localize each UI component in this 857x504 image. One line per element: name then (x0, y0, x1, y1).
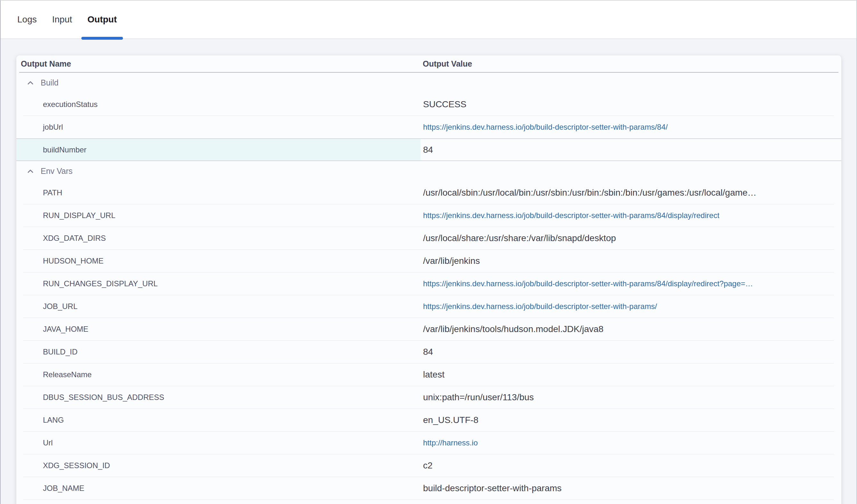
output-value-cell: /usr/local/sbin:/usr/local/bin:/usr/sbin… (420, 181, 841, 204)
table-row[interactable]: JOB_NAME build-descriptor-setter-with-pa… (16, 477, 841, 500)
output-name-cell: DBUS_SESSION_BUS_ADDRESS (16, 386, 420, 408)
output-name: JAVA_HOME (43, 325, 88, 334)
output-name: executionStatus (43, 100, 98, 109)
group-label: Build (41, 78, 58, 87)
table-row[interactable]: HUDSON_HOME /var/lib/jenkins (16, 249, 841, 272)
output-name-cell: JAVA_HOME (16, 318, 420, 340)
table-row[interactable]: jobUrl https://jenkins.dev.harness.io/jo… (16, 116, 841, 138)
table-bottom-divider (16, 500, 841, 500)
output-name: JOB_URL (43, 302, 78, 311)
table-row[interactable]: Url http://harness.io (16, 431, 841, 454)
output-value: build-descriptor-setter-with-params (423, 483, 562, 493)
table-row[interactable]: executionStatus SUCCESS (16, 93, 841, 116)
output-value-cell: latest (420, 363, 841, 386)
output-name-cell: RUN_CHANGES_DISPLAY_URL (16, 272, 420, 295)
output-value-cell: en_US.UTF-8 (420, 408, 841, 431)
output-value: /usr/local/sbin:/usr/local/bin:/usr/sbin… (423, 188, 756, 198)
output-value: unix:path=/run/user/113/bus (423, 392, 534, 403)
output-value: 84 (423, 347, 433, 357)
output-name-cell: Url (16, 431, 420, 454)
output-value-cell: /var/lib/jenkins (420, 249, 841, 272)
step-details-panel: { "tabs": { "items": [ { "label": "Logs"… (0, 0, 857, 504)
group-cell: Build (16, 73, 420, 93)
output-value-cell: https://jenkins.dev.harness.io/job/build… (420, 272, 841, 295)
output-value-cell: build-descriptor-setter-with-params (420, 477, 841, 500)
output-name-cell: ReleaseName (16, 363, 420, 386)
output-name: Url (43, 438, 53, 447)
output-value-cell: http://harness.io (420, 431, 841, 454)
output-value-cell: https://jenkins.dev.harness.io/job/build… (420, 204, 841, 227)
output-name: jobUrl (43, 123, 63, 132)
output-value-cell: https://jenkins.dev.harness.io/job/build… (420, 295, 841, 318)
output-name: LANG (43, 416, 64, 424)
output-name: BUILD_ID (43, 348, 78, 356)
table-row[interactable]: RUN_DISPLAY_URL https://jenkins.dev.harn… (16, 204, 841, 227)
table-row[interactable]: JOB_URL https://jenkins.dev.harness.io/j… (16, 295, 841, 318)
tab-output-label: Output (87, 14, 117, 24)
output-value-link[interactable]: https://jenkins.dev.harness.io/job/build… (423, 302, 657, 311)
output-name-cell: executionStatus (16, 93, 420, 116)
output-value-cell: /usr/local/share:/usr/share:/var/lib/sna… (420, 227, 841, 249)
group-row[interactable]: Env Vars (16, 161, 841, 181)
output-value-cell: unix:path=/run/user/113/bus (420, 386, 841, 408)
chevron-up-icon[interactable] (26, 167, 35, 175)
output-name: XDG_SESSION_ID (43, 461, 110, 470)
table-row[interactable]: JAVA_HOME /var/lib/jenkins/tools/hudson.… (16, 318, 841, 340)
output-name-cell: RUN_DISPLAY_URL (16, 204, 420, 227)
output-value-cell: 84 (420, 340, 841, 363)
tab-logs-label: Logs (17, 14, 37, 24)
group-row[interactable]: Build (16, 73, 841, 93)
output-name-cell: JOB_URL (16, 295, 420, 318)
tab-logs[interactable]: Logs (11, 1, 43, 38)
output-value-link[interactable]: http://harness.io (423, 438, 478, 447)
column-header-output-value: Output Value (420, 59, 838, 68)
output-value: /usr/local/share:/usr/share:/var/lib/sna… (423, 233, 616, 243)
output-value-cell: c2 (420, 454, 841, 477)
output-table-header: Output Name Output Value (19, 55, 838, 73)
output-table-card: Output Name Output Value Build execution… (16, 55, 841, 504)
output-value: /var/lib/jenkins/tools/hudson.model.JDK/… (423, 324, 603, 334)
output-name-cell: buildNumber (16, 138, 420, 161)
output-name-cell: BUILD_ID (16, 340, 420, 363)
group-value-spacer (420, 73, 841, 93)
table-row[interactable]: XDG_DATA_DIRS /usr/local/share:/usr/shar… (16, 227, 841, 249)
table-row[interactable]: BUILD_ID 84 (16, 340, 841, 363)
output-value-cell: SUCCESS (420, 93, 841, 116)
output-name: RUN_DISPLAY_URL (43, 211, 115, 220)
output-name: JOB_NAME (43, 484, 84, 493)
table-row[interactable]: buildNumber 84 (16, 138, 841, 161)
output-value: en_US.UTF-8 (423, 415, 478, 425)
output-name-cell: HUDSON_HOME (16, 249, 420, 272)
output-name-cell: jobUrl (16, 116, 420, 138)
tab-output[interactable]: Output (81, 1, 123, 38)
output-name-cell: LANG (16, 408, 420, 431)
output-name: XDG_DATA_DIRS (43, 234, 106, 243)
output-name: PATH (43, 188, 62, 197)
table-row[interactable]: ReleaseName latest (16, 363, 841, 386)
output-value: 84 (423, 145, 433, 155)
output-value: SUCCESS (423, 99, 466, 110)
table-row[interactable]: XDG_SESSION_ID c2 (16, 454, 841, 477)
output-name: DBUS_SESSION_BUS_ADDRESS (43, 393, 164, 402)
table-row[interactable]: RUN_CHANGES_DISPLAY_URL https://jenkins.… (16, 272, 841, 295)
chevron-up-icon[interactable] (26, 79, 35, 87)
output-name-cell: JOB_NAME (16, 477, 420, 500)
output-value-link[interactable]: https://jenkins.dev.harness.io/job/build… (423, 279, 753, 288)
output-tab-content: Output Name Output Value Build execution… (1, 39, 856, 504)
output-value: c2 (423, 460, 433, 471)
group-value-spacer (420, 161, 841, 181)
output-name: buildNumber (43, 145, 86, 154)
group-label: Env Vars (41, 167, 73, 176)
output-value-cell: /var/lib/jenkins/tools/hudson.model.JDK/… (420, 318, 841, 340)
output-value-link[interactable]: https://jenkins.dev.harness.io/job/build… (423, 123, 668, 132)
table-row[interactable]: LANG en_US.UTF-8 (16, 408, 841, 431)
table-row[interactable]: PATH /usr/local/sbin:/usr/local/bin:/usr… (16, 181, 841, 204)
output-name-cell: XDG_DATA_DIRS (16, 227, 420, 249)
tab-input[interactable]: Input (46, 1, 78, 38)
table-row[interactable]: DBUS_SESSION_BUS_ADDRESS unix:path=/run/… (16, 386, 841, 408)
output-name-cell: PATH (16, 181, 420, 204)
output-value-link[interactable]: https://jenkins.dev.harness.io/job/build… (423, 211, 719, 220)
output-value: /var/lib/jenkins (423, 256, 480, 266)
output-table-body: Build executionStatus SUCCESS jobUrl htt… (16, 73, 841, 500)
tab-input-label: Input (52, 14, 72, 24)
